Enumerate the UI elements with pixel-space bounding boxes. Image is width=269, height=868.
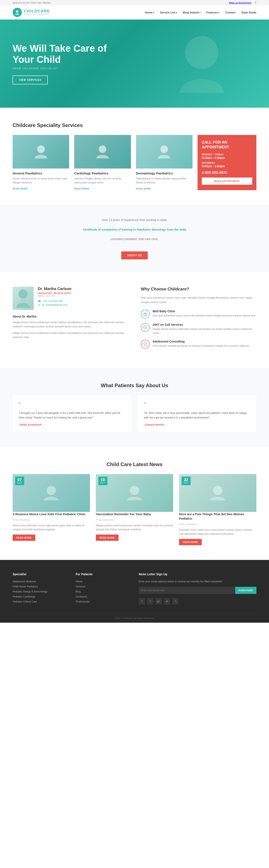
appointment-phone: 1-800-503-4678: [202, 171, 252, 175]
svg-point-2: [37, 146, 45, 153]
specialist-link-2[interactable]: Child Abuse Pediatrics: [12, 585, 38, 588]
view-services-button[interactable]: VIEW SERVICES: [12, 75, 48, 84]
list-item: Adolescent Medicine: [12, 580, 67, 583]
feature-24x7: 24X7 on Call Services Integer lacinia rh…: [141, 323, 257, 335]
read-more-btn-3[interactable]: READ MORE: [179, 539, 202, 545]
read-more-btn-1[interactable]: READ MORE: [12, 534, 35, 541]
testimonial-text-2: "Dr John sinha, He is very personable, c…: [144, 411, 250, 420]
news-desc-3: Fauctibus tortor euard orcis cursus lore…: [179, 528, 257, 536]
hero-section: We Will Take Care of Your Child FROM CHI…: [0, 20, 269, 108]
make-appointment-button[interactable]: MAKE APPOINTMENT: [202, 178, 252, 185]
news-date-badge-2: 15 OCT: [98, 476, 107, 485]
appt-days1: MONDAY - FRIDAY: [202, 153, 252, 156]
read-more-cardiology[interactable]: READ MORE: [74, 187, 89, 190]
specialist-link-3[interactable]: Pediatric Allergy & Immunology: [12, 590, 48, 593]
feature-adolescent: Adolescent Consulting Cros loborits volu…: [141, 340, 257, 349]
patients-link-5[interactable]: Testimonials: [76, 600, 89, 603]
nav-style-guide[interactable]: Style Guide: [241, 11, 257, 14]
twitter-icon[interactable]: t: [147, 598, 154, 604]
read-more-general[interactable]: READ MORE: [12, 187, 28, 190]
doctor-info: Dr. Martha Carlson PAEDIATRIC NEUROLOGIS…: [38, 287, 72, 310]
doctor-specialty: PAEDIATRIC NEUROLOGIST: [38, 292, 72, 294]
feature-well-baby-content: Well Baby Clinic Duis quis fermentum ips…: [153, 310, 256, 318]
news-card-3: 22 OCT Here are a Few Things That Set De…: [179, 474, 257, 545]
footer-newsletter: News Letter Sign Up Enter your email add…: [139, 572, 257, 605]
experience-line3: consultant paediatric child care clinic.: [72, 237, 197, 242]
navbar: CHILDCARE PAEDIATRIC SERVICES Home Servi…: [0, 5, 269, 20]
nav-blog-default[interactable]: Blog Default: [183, 11, 200, 14]
copyright: © 2017 Childcare. All Rights Reserved.: [114, 617, 155, 619]
specialist-link-4[interactable]: Pediatric Cardiology: [12, 595, 35, 598]
experience-line1: Over 10 years of experience from working…: [72, 217, 197, 223]
why-title: Why Choose Childcare?: [141, 287, 257, 291]
patients-link-2[interactable]: Services: [76, 585, 85, 588]
feature-adolescent-content: Adolescent Consulting Cros loborits volu…: [153, 340, 250, 348]
footer-social: f t g+ in ∿: [139, 598, 257, 604]
rss-icon[interactable]: ∿: [172, 598, 179, 604]
read-more-dermatology[interactable]: READ MORE: [136, 187, 151, 190]
footer-newsletter-desc: Enter your email address below to receiv…: [139, 580, 257, 584]
patients-link-1[interactable]: Home: [76, 580, 82, 583]
about-us-button[interactable]: ABOUT US: [121, 251, 148, 259]
news-img-3: 22 OCT: [179, 474, 257, 512]
testimonials-grid: “ "I brought my 3-year-old daughter in f…: [12, 395, 257, 432]
linkedin-icon[interactable]: in: [164, 598, 170, 604]
patients-link-3[interactable]: Blog: [76, 590, 81, 593]
hero-content: We Will Take Care of Your Child FROM CHI…: [12, 43, 107, 84]
svg-point-0: [16, 10, 19, 13]
news-title: Child Care Latest News: [12, 462, 257, 467]
svg-rect-6: [21, 298, 25, 302]
appt-hours1: 8:30am - 5:00pm: [202, 156, 252, 159]
patients-link-4[interactable]: Contactus: [76, 595, 87, 598]
service-desc-general: Donec interdum enim ac lectus amet ectit…: [12, 177, 69, 185]
service-img-cardiology: [74, 135, 131, 168]
hero-headline: We Will Take Care of Your Child: [12, 43, 107, 65]
googleplus-icon[interactable]: g+: [156, 598, 162, 604]
service-name-cardiology: Cardiology Paediatrics: [74, 172, 131, 175]
make-appointment-link[interactable]: Make an Appointment: [229, 1, 251, 4]
top-bar-right: Make an Appointment ⚲: [229, 1, 257, 4]
news-meta-2: ✉ No Comments: [96, 518, 173, 521]
newsletter-input[interactable]: [139, 587, 235, 594]
news-date-badge-1: 07 OCT: [15, 476, 24, 485]
logo: CHILDCARE PAEDIATRIC SERVICES: [12, 8, 50, 17]
specialist-link-5[interactable]: Pediatric Critical Care: [12, 600, 37, 603]
nav-links: Home Service List Blog Default Features …: [145, 11, 257, 14]
nav-contact[interactable]: Contact: [225, 11, 235, 14]
nav-home[interactable]: Home: [145, 11, 154, 14]
nav-service-list[interactable]: Service List: [160, 11, 177, 14]
footer-grid: Specialist Adolescent Medicine Child Abu…: [12, 572, 257, 613]
read-more-btn-2[interactable]: READ MORE: [96, 534, 118, 541]
phone-icon: ☎: [38, 300, 41, 303]
footer-newsletter-title: News Letter Sign Up: [139, 572, 257, 576]
speciality-title: Childcare Speciality Services: [12, 122, 257, 128]
news-card-1: 07 OCT 3 Reasons Moms Love Kids First Pe…: [12, 474, 90, 545]
doctor-avatar: [12, 287, 34, 310]
newsletter-subscribe-button[interactable]: SUBSCRIBE: [235, 587, 257, 594]
testimonial-text-1: "I brought my 3-year-old daughter in for…: [19, 411, 125, 420]
nav-features[interactable]: Features: [206, 11, 219, 14]
list-item: Home: [76, 580, 130, 583]
doctor-dept: MBBS, DCH, MD: [38, 295, 72, 297]
service-name-general: General Paediatrics: [12, 172, 69, 175]
svg-point-10: [47, 486, 56, 495]
comment-icon-3: ✉: [179, 523, 181, 526]
testimonial-author-1: Nettie Drummond: [19, 423, 125, 426]
specialist-link-1[interactable]: Adolescent Medicine: [12, 580, 36, 583]
footer-patients: For Patients Home Services Blog Contactu…: [76, 572, 130, 605]
testimonial-author-2: Edward Hendrix: [144, 423, 250, 426]
quote-icon-1: “: [19, 401, 125, 408]
footer-patients-list: Home Services Blog Contactus Testimonial…: [76, 580, 130, 603]
doctor-left: Dr. Martha Carlson PAEDIATRIC NEUROLOGIS…: [12, 287, 128, 353]
search-icon[interactable]: ⚲: [255, 1, 257, 4]
svg-point-4: [160, 146, 168, 153]
feature-well-baby-title: Well Baby Clinic: [153, 310, 256, 313]
facebook-icon[interactable]: f: [139, 598, 145, 604]
svg-point-5: [19, 289, 28, 299]
svg-point-1: [185, 36, 218, 69]
about-doctor-text2: Integer lacinia rhoncus bibendum enean s…: [12, 331, 128, 340]
experience-highlight: Paediatric Neurology from the India: [137, 228, 186, 231]
service-desc-dermatology: Pellentesque in massa aliquam aqua portt…: [136, 177, 192, 185]
news-img-1: 07 OCT: [12, 474, 90, 512]
news-date-badge-3: 22 OCT: [182, 476, 191, 485]
